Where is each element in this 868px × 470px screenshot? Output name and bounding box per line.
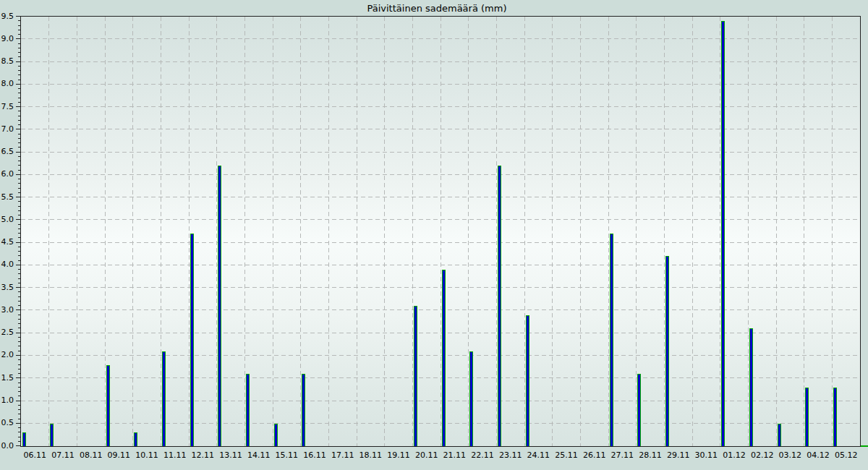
y-major-tick: [16, 38, 20, 39]
x-tick-label: 09.11: [108, 450, 131, 460]
y-minor-tick: [18, 305, 20, 306]
chart-title: Päivittäinen sademäärä (mm): [367, 3, 506, 14]
x-tick-label: 29.11: [667, 450, 690, 460]
y-major-tick: [16, 152, 20, 153]
plot-area: [20, 16, 861, 447]
x-tick-label: 17.11: [331, 450, 354, 460]
y-minor-tick: [18, 120, 20, 121]
x-tick-label: 18.11: [359, 450, 383, 460]
y-tick-label: 9.5: [0, 12, 14, 21]
x-tick-label: 01.12: [723, 450, 746, 460]
y-minor-tick: [18, 66, 20, 67]
x-tick-label: 05.12: [835, 450, 858, 460]
bar-29.11: [665, 256, 669, 446]
y-minor-tick: [18, 441, 20, 442]
x-tick-label: 23.11: [499, 450, 522, 460]
y-minor-tick: [18, 142, 20, 143]
y-minor-tick: [18, 273, 20, 274]
y-minor-tick: [18, 34, 20, 35]
y-minor-tick: [18, 364, 20, 365]
y-minor-tick: [18, 80, 20, 80]
y-minor-tick: [18, 323, 20, 324]
y-tick-label: 1.0: [0, 396, 14, 405]
x-tick-label: 10.11: [135, 450, 158, 460]
y-tick-label: 8.5: [0, 56, 14, 66]
y-minor-tick: [18, 351, 20, 351]
x-tick-label: 11.11: [163, 450, 187, 460]
y-minor-tick: [18, 328, 20, 328]
y-minor-tick: [18, 124, 20, 125]
bar-13.11: [218, 166, 221, 446]
y-minor-tick: [18, 111, 20, 111]
y-major-tick: [16, 84, 20, 85]
y-minor-tick: [18, 215, 20, 215]
x-tick-label: 21.11: [443, 450, 467, 460]
bar-05.12: [833, 388, 837, 446]
bar-20.11: [414, 306, 417, 446]
bar-16.11: [302, 374, 305, 446]
y-minor-tick: [18, 359, 20, 360]
x-tick-label: 06.11: [24, 450, 47, 460]
y-tick-label: 3.5: [0, 283, 14, 292]
y-minor-tick: [18, 201, 20, 202]
y-tick-label: 4.0: [0, 260, 14, 269]
bar-22.11: [469, 351, 473, 446]
clipped-bar-artifact: [861, 445, 868, 447]
bar-11.11: [162, 351, 166, 446]
y-major-tick: [16, 355, 20, 356]
x-tick-label: 03.12: [779, 450, 802, 460]
y-major-tick: [16, 106, 20, 107]
y-minor-tick: [18, 437, 20, 437]
y-tick-label: 1.5: [0, 373, 14, 383]
bar-09.11: [106, 365, 110, 447]
y-minor-tick: [18, 405, 20, 406]
y-major-tick: [16, 377, 20, 378]
bar-27.11: [610, 234, 613, 446]
y-major-tick: [16, 287, 20, 288]
y-minor-tick: [18, 134, 20, 134]
x-tick-label: 15.11: [276, 450, 299, 460]
x-tick-label: 07.11: [51, 450, 75, 460]
y-major-tick: [16, 242, 20, 243]
x-tick-label: 12.11: [192, 450, 215, 460]
y-minor-tick: [18, 98, 20, 98]
x-tick-label: 02.12: [751, 450, 774, 460]
y-minor-tick: [18, 43, 20, 44]
y-minor-tick: [18, 138, 20, 139]
bar-12.11: [190, 234, 194, 446]
y-minor-tick: [18, 419, 20, 419]
y-minor-tick: [18, 188, 20, 189]
y-minor-tick: [18, 337, 20, 338]
y-major-tick: [16, 174, 20, 175]
y-minor-tick: [18, 291, 20, 292]
y-minor-tick: [18, 383, 20, 383]
y-tick-label: 2.0: [0, 350, 14, 359]
y-minor-tick: [18, 206, 20, 207]
bar-04.12: [805, 388, 809, 446]
x-tick-label: 14.11: [247, 450, 271, 460]
y-minor-tick: [18, 183, 20, 184]
y-minor-tick: [18, 233, 20, 234]
y-tick-label: 6.5: [0, 147, 14, 156]
y-minor-tick: [18, 391, 20, 392]
y-tick-label: 5.0: [0, 215, 14, 224]
bar-23.11: [498, 166, 501, 446]
y-minor-tick: [18, 192, 20, 193]
y-minor-tick: [18, 25, 20, 26]
x-tick-label: 13.11: [219, 450, 242, 460]
y-minor-tick: [18, 210, 20, 211]
y-major-tick: [16, 445, 20, 446]
y-minor-tick: [18, 369, 20, 369]
y-major-tick: [16, 197, 20, 197]
bar-06.11: [22, 432, 26, 446]
y-tick-label: 7.5: [0, 102, 14, 111]
x-tick-label: 04.12: [807, 450, 830, 460]
y-tick-label: 9.0: [0, 34, 14, 43]
y-minor-tick: [18, 296, 20, 297]
bar-03.12: [778, 424, 781, 446]
y-minor-tick: [18, 156, 20, 157]
x-tick-label: 28.11: [639, 450, 662, 460]
x-tick-label: 24.11: [527, 450, 550, 460]
y-minor-tick: [18, 161, 20, 161]
y-major-tick: [16, 423, 20, 424]
